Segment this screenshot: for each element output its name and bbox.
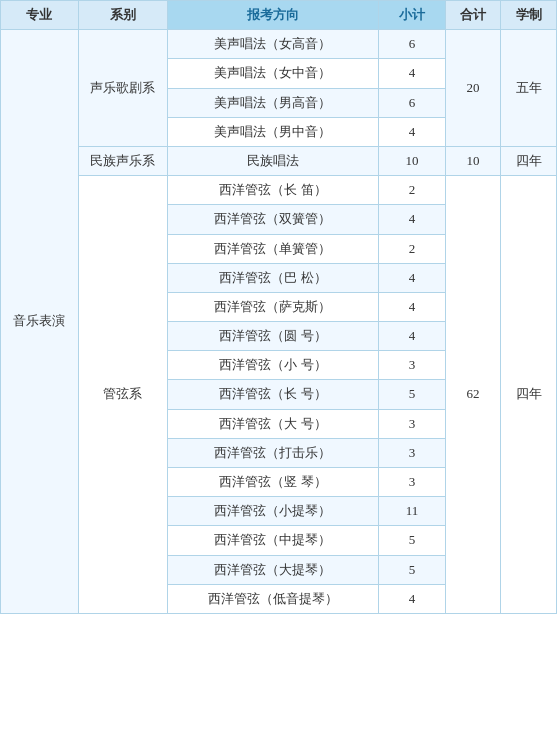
table-cell: 西洋管弦（打击乐） bbox=[167, 438, 378, 467]
table-cell: 3 bbox=[379, 438, 446, 467]
header-xuezhi: 学制 bbox=[501, 1, 557, 30]
table-cell: 3 bbox=[379, 351, 446, 380]
table-cell: 西洋管弦（单簧管） bbox=[167, 234, 378, 263]
table-cell: 四年 bbox=[501, 146, 557, 175]
table-cell: 5 bbox=[379, 526, 446, 555]
table-cell: 西洋管弦（双簧管） bbox=[167, 205, 378, 234]
table-cell: 4 bbox=[379, 584, 446, 613]
table-cell: 2 bbox=[379, 234, 446, 263]
table-cell: 西洋管弦（大 号） bbox=[167, 409, 378, 438]
table-cell: 西洋管弦（小 号） bbox=[167, 351, 378, 380]
table-cell: 西洋管弦（长 号） bbox=[167, 380, 378, 409]
header-zhuanye: 专业 bbox=[1, 1, 79, 30]
table-cell: 6 bbox=[379, 30, 446, 59]
table-row: 管弦系西洋管弦（长 笛）262四年 bbox=[1, 176, 557, 205]
table-cell: 4 bbox=[379, 117, 446, 146]
table-cell: 西洋管弦（巴 松） bbox=[167, 263, 378, 292]
table-cell: 4 bbox=[379, 322, 446, 351]
table-cell: 4 bbox=[379, 263, 446, 292]
table-cell: 美声唱法（女高音） bbox=[167, 30, 378, 59]
table-cell: 管弦系 bbox=[78, 176, 167, 614]
table-cell: 声乐歌剧系 bbox=[78, 30, 167, 147]
table-cell: 5 bbox=[379, 380, 446, 409]
table-cell: 民族声乐系 bbox=[78, 146, 167, 175]
table-cell: 西洋管弦（中提琴） bbox=[167, 526, 378, 555]
header-fangxiang: 报考方向 bbox=[167, 1, 378, 30]
table-cell: 音乐表演 bbox=[1, 30, 79, 614]
table-cell: 6 bbox=[379, 88, 446, 117]
table-cell: 西洋管弦（竖 琴） bbox=[167, 468, 378, 497]
table-cell: 五年 bbox=[501, 30, 557, 147]
table-cell: 西洋管弦（长 笛） bbox=[167, 176, 378, 205]
table-cell: 西洋管弦（萨克斯） bbox=[167, 292, 378, 321]
table-cell: 4 bbox=[379, 205, 446, 234]
table-cell: 10 bbox=[379, 146, 446, 175]
enrollment-table: 专业 系别 报考方向 小计 合计 学制 音乐表演声乐歌剧系美声唱法（女高音）62… bbox=[0, 0, 557, 614]
table-cell: 美声唱法（女中音） bbox=[167, 59, 378, 88]
table-cell: 四年 bbox=[501, 176, 557, 614]
table-cell: 民族唱法 bbox=[167, 146, 378, 175]
table-cell: 西洋管弦（大提琴） bbox=[167, 555, 378, 584]
table-cell: 5 bbox=[379, 555, 446, 584]
table-cell: 美声唱法（男高音） bbox=[167, 88, 378, 117]
table-container: 专业 系别 报考方向 小计 合计 学制 音乐表演声乐歌剧系美声唱法（女高音）62… bbox=[0, 0, 557, 614]
table-cell: 美声唱法（男中音） bbox=[167, 117, 378, 146]
table-cell: 2 bbox=[379, 176, 446, 205]
table-cell: 西洋管弦（圆 号） bbox=[167, 322, 378, 351]
header-xibie: 系别 bbox=[78, 1, 167, 30]
table-row: 民族声乐系民族唱法1010四年 bbox=[1, 146, 557, 175]
table-cell: 20 bbox=[445, 30, 501, 147]
table-cell: 西洋管弦（低音提琴） bbox=[167, 584, 378, 613]
table-body: 音乐表演声乐歌剧系美声唱法（女高音）620五年美声唱法（女中音）4美声唱法（男高… bbox=[1, 30, 557, 614]
header-xiaoji: 小计 bbox=[379, 1, 446, 30]
header-row: 专业 系别 报考方向 小计 合计 学制 bbox=[1, 1, 557, 30]
table-cell: 62 bbox=[445, 176, 501, 614]
table-cell: 3 bbox=[379, 468, 446, 497]
table-cell: 3 bbox=[379, 409, 446, 438]
table-cell: 11 bbox=[379, 497, 446, 526]
table-cell: 4 bbox=[379, 59, 446, 88]
header-heji: 合计 bbox=[445, 1, 501, 30]
table-row: 音乐表演声乐歌剧系美声唱法（女高音）620五年 bbox=[1, 30, 557, 59]
table-cell: 10 bbox=[445, 146, 501, 175]
table-cell: 4 bbox=[379, 292, 446, 321]
table-cell: 西洋管弦（小提琴） bbox=[167, 497, 378, 526]
